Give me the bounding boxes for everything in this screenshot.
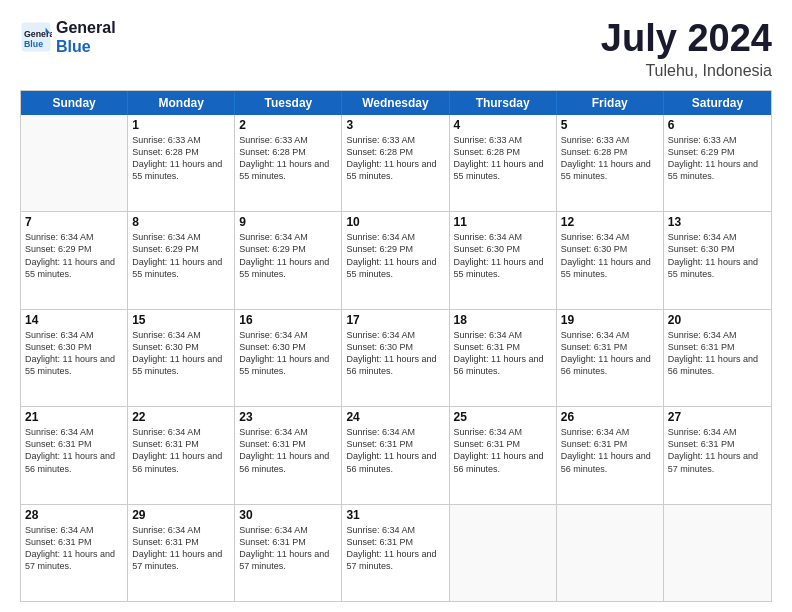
- day-number: 17: [346, 313, 444, 327]
- cal-cell: 27Sunrise: 6:34 AMSunset: 6:31 PMDayligh…: [664, 407, 771, 503]
- day-number: 6: [668, 118, 767, 132]
- day-info: Sunrise: 6:34 AMSunset: 6:29 PMDaylight:…: [132, 231, 230, 280]
- cal-cell: 19Sunrise: 6:34 AMSunset: 6:31 PMDayligh…: [557, 310, 664, 406]
- cal-cell: 24Sunrise: 6:34 AMSunset: 6:31 PMDayligh…: [342, 407, 449, 503]
- day-info: Sunrise: 6:34 AMSunset: 6:31 PMDaylight:…: [561, 329, 659, 378]
- cal-cell: 3Sunrise: 6:33 AMSunset: 6:28 PMDaylight…: [342, 115, 449, 211]
- day-number: 25: [454, 410, 552, 424]
- cal-header-tuesday: Tuesday: [235, 91, 342, 115]
- cal-cell: 31Sunrise: 6:34 AMSunset: 6:31 PMDayligh…: [342, 505, 449, 601]
- day-info: Sunrise: 6:33 AMSunset: 6:28 PMDaylight:…: [346, 134, 444, 183]
- cal-header-monday: Monday: [128, 91, 235, 115]
- day-info: Sunrise: 6:33 AMSunset: 6:29 PMDaylight:…: [668, 134, 767, 183]
- day-number: 8: [132, 215, 230, 229]
- day-info: Sunrise: 6:34 AMSunset: 6:30 PMDaylight:…: [668, 231, 767, 280]
- cal-cell: 2Sunrise: 6:33 AMSunset: 6:28 PMDaylight…: [235, 115, 342, 211]
- day-info: Sunrise: 6:34 AMSunset: 6:31 PMDaylight:…: [132, 524, 230, 573]
- cal-cell: 1Sunrise: 6:33 AMSunset: 6:28 PMDaylight…: [128, 115, 235, 211]
- cal-cell: 6Sunrise: 6:33 AMSunset: 6:29 PMDaylight…: [664, 115, 771, 211]
- day-number: 28: [25, 508, 123, 522]
- day-info: Sunrise: 6:34 AMSunset: 6:30 PMDaylight:…: [454, 231, 552, 280]
- cal-cell: 8Sunrise: 6:34 AMSunset: 6:29 PMDaylight…: [128, 212, 235, 308]
- day-info: Sunrise: 6:34 AMSunset: 6:31 PMDaylight:…: [132, 426, 230, 475]
- cal-cell: 14Sunrise: 6:34 AMSunset: 6:30 PMDayligh…: [21, 310, 128, 406]
- page: General Blue General Blue July 2024 Tule…: [0, 0, 792, 612]
- day-info: Sunrise: 6:34 AMSunset: 6:31 PMDaylight:…: [239, 524, 337, 573]
- day-number: 9: [239, 215, 337, 229]
- day-info: Sunrise: 6:34 AMSunset: 6:31 PMDaylight:…: [668, 426, 767, 475]
- day-info: Sunrise: 6:34 AMSunset: 6:30 PMDaylight:…: [132, 329, 230, 378]
- day-number: 14: [25, 313, 123, 327]
- logo-icon: General Blue: [20, 21, 52, 53]
- day-number: 24: [346, 410, 444, 424]
- cal-cell: 7Sunrise: 6:34 AMSunset: 6:29 PMDaylight…: [21, 212, 128, 308]
- day-info: Sunrise: 6:34 AMSunset: 6:30 PMDaylight:…: [25, 329, 123, 378]
- day-info: Sunrise: 6:34 AMSunset: 6:29 PMDaylight:…: [25, 231, 123, 280]
- cal-header-sunday: Sunday: [21, 91, 128, 115]
- day-number: 29: [132, 508, 230, 522]
- day-number: 16: [239, 313, 337, 327]
- cal-cell: [664, 505, 771, 601]
- day-info: Sunrise: 6:34 AMSunset: 6:31 PMDaylight:…: [346, 426, 444, 475]
- cal-cell: 26Sunrise: 6:34 AMSunset: 6:31 PMDayligh…: [557, 407, 664, 503]
- day-number: 18: [454, 313, 552, 327]
- logo-line2: Blue: [56, 37, 116, 56]
- day-info: Sunrise: 6:33 AMSunset: 6:28 PMDaylight:…: [561, 134, 659, 183]
- day-number: 15: [132, 313, 230, 327]
- cal-week-5: 28Sunrise: 6:34 AMSunset: 6:31 PMDayligh…: [21, 505, 771, 601]
- day-number: 3: [346, 118, 444, 132]
- logo: General Blue General Blue: [20, 18, 116, 56]
- cal-cell: [21, 115, 128, 211]
- day-info: Sunrise: 6:34 AMSunset: 6:31 PMDaylight:…: [25, 426, 123, 475]
- day-number: 20: [668, 313, 767, 327]
- day-info: Sunrise: 6:34 AMSunset: 6:30 PMDaylight:…: [346, 329, 444, 378]
- subtitle: Tulehu, Indonesia: [601, 62, 772, 80]
- day-info: Sunrise: 6:34 AMSunset: 6:31 PMDaylight:…: [239, 426, 337, 475]
- cal-cell: 28Sunrise: 6:34 AMSunset: 6:31 PMDayligh…: [21, 505, 128, 601]
- day-info: Sunrise: 6:33 AMSunset: 6:28 PMDaylight:…: [132, 134, 230, 183]
- cal-header-friday: Friday: [557, 91, 664, 115]
- cal-cell: 22Sunrise: 6:34 AMSunset: 6:31 PMDayligh…: [128, 407, 235, 503]
- day-info: Sunrise: 6:34 AMSunset: 6:29 PMDaylight:…: [346, 231, 444, 280]
- day-number: 1: [132, 118, 230, 132]
- calendar-header: SundayMondayTuesdayWednesdayThursdayFrid…: [21, 91, 771, 115]
- header: General Blue General Blue July 2024 Tule…: [20, 18, 772, 80]
- day-info: Sunrise: 6:34 AMSunset: 6:30 PMDaylight:…: [239, 329, 337, 378]
- cal-week-1: 1Sunrise: 6:33 AMSunset: 6:28 PMDaylight…: [21, 115, 771, 212]
- cal-cell: 10Sunrise: 6:34 AMSunset: 6:29 PMDayligh…: [342, 212, 449, 308]
- cal-cell: 30Sunrise: 6:34 AMSunset: 6:31 PMDayligh…: [235, 505, 342, 601]
- cal-cell: 9Sunrise: 6:34 AMSunset: 6:29 PMDaylight…: [235, 212, 342, 308]
- day-number: 4: [454, 118, 552, 132]
- day-number: 2: [239, 118, 337, 132]
- main-title: July 2024: [601, 18, 772, 60]
- day-number: 21: [25, 410, 123, 424]
- cal-cell: 25Sunrise: 6:34 AMSunset: 6:31 PMDayligh…: [450, 407, 557, 503]
- day-info: Sunrise: 6:34 AMSunset: 6:31 PMDaylight:…: [561, 426, 659, 475]
- cal-cell: 15Sunrise: 6:34 AMSunset: 6:30 PMDayligh…: [128, 310, 235, 406]
- day-info: Sunrise: 6:34 AMSunset: 6:31 PMDaylight:…: [25, 524, 123, 573]
- day-info: Sunrise: 6:34 AMSunset: 6:31 PMDaylight:…: [346, 524, 444, 573]
- calendar-body: 1Sunrise: 6:33 AMSunset: 6:28 PMDaylight…: [21, 115, 771, 601]
- day-number: 10: [346, 215, 444, 229]
- svg-text:Blue: Blue: [24, 40, 43, 50]
- day-info: Sunrise: 6:33 AMSunset: 6:28 PMDaylight:…: [454, 134, 552, 183]
- day-info: Sunrise: 6:34 AMSunset: 6:31 PMDaylight:…: [454, 329, 552, 378]
- day-number: 31: [346, 508, 444, 522]
- day-number: 22: [132, 410, 230, 424]
- day-info: Sunrise: 6:33 AMSunset: 6:28 PMDaylight:…: [239, 134, 337, 183]
- cal-week-3: 14Sunrise: 6:34 AMSunset: 6:30 PMDayligh…: [21, 310, 771, 407]
- cal-cell: 18Sunrise: 6:34 AMSunset: 6:31 PMDayligh…: [450, 310, 557, 406]
- cal-cell: 23Sunrise: 6:34 AMSunset: 6:31 PMDayligh…: [235, 407, 342, 503]
- cal-cell: [557, 505, 664, 601]
- cal-cell: 17Sunrise: 6:34 AMSunset: 6:30 PMDayligh…: [342, 310, 449, 406]
- cal-cell: 4Sunrise: 6:33 AMSunset: 6:28 PMDaylight…: [450, 115, 557, 211]
- cal-week-4: 21Sunrise: 6:34 AMSunset: 6:31 PMDayligh…: [21, 407, 771, 504]
- day-info: Sunrise: 6:34 AMSunset: 6:31 PMDaylight:…: [454, 426, 552, 475]
- day-number: 11: [454, 215, 552, 229]
- cal-header-wednesday: Wednesday: [342, 91, 449, 115]
- day-info: Sunrise: 6:34 AMSunset: 6:29 PMDaylight:…: [239, 231, 337, 280]
- cal-header-thursday: Thursday: [450, 91, 557, 115]
- cal-cell: 20Sunrise: 6:34 AMSunset: 6:31 PMDayligh…: [664, 310, 771, 406]
- day-number: 26: [561, 410, 659, 424]
- logo-line1: General: [56, 18, 116, 37]
